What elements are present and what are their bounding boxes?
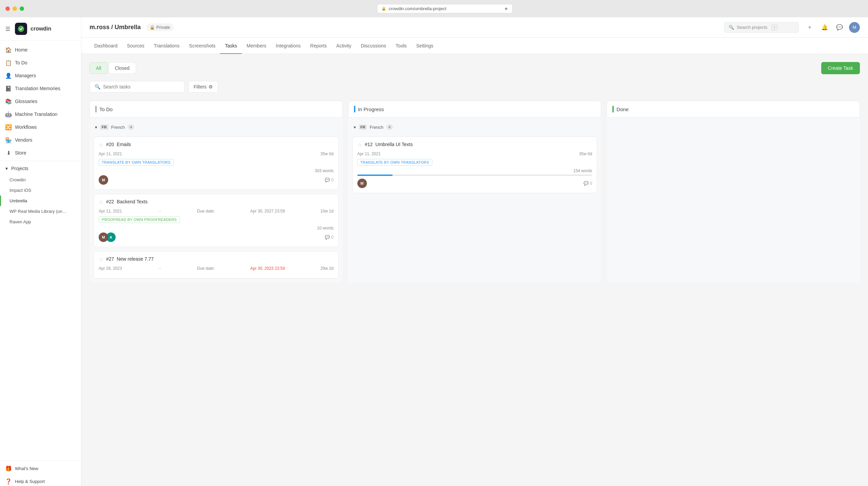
search-row: 🔍 Filters ⚙ bbox=[90, 81, 860, 93]
task-title: Emails bbox=[117, 142, 131, 147]
star-icon[interactable]: ☆ bbox=[99, 199, 103, 205]
tab-settings[interactable]: Settings bbox=[412, 38, 438, 54]
search-tasks-field[interactable] bbox=[103, 84, 179, 89]
project-item-umbrella[interactable]: Umbrella bbox=[0, 196, 81, 206]
user-avatar[interactable]: M bbox=[849, 22, 860, 33]
sidebar-item-label: Home bbox=[15, 47, 27, 53]
star-icon[interactable]: ☆ bbox=[99, 142, 103, 148]
task-card-27[interactable]: ☆ #27 New release 7.77 Apr 26, 2023 → Du… bbox=[94, 251, 339, 279]
group-header-fr-inprogress[interactable]: ▾ FR French 4 bbox=[352, 122, 597, 133]
tab-members[interactable]: Members bbox=[242, 38, 271, 54]
task-number: #22 bbox=[106, 199, 114, 204]
close-button[interactable] bbox=[5, 6, 10, 11]
comment-icon: 💬 bbox=[584, 181, 589, 186]
search-projects-input[interactable]: 🔍 Search projects / bbox=[724, 22, 799, 33]
project-label: Umbrella bbox=[9, 198, 27, 203]
sidebar-item-help-support[interactable]: ❓ Help & Support bbox=[0, 475, 81, 486]
sidebar-item-todo[interactable]: 📋 To Do bbox=[0, 56, 81, 69]
minimize-button[interactable] bbox=[13, 6, 17, 11]
sidebar-item-workflows[interactable]: 🔀 Workflows bbox=[0, 121, 81, 134]
card-due-date: Apr 30, 2027 23:59 bbox=[250, 209, 285, 214]
lock-icon: 🔒 bbox=[381, 6, 386, 11]
bookmark-icon[interactable]: ★ bbox=[504, 6, 508, 11]
projects-label: Projects bbox=[11, 166, 28, 171]
card-duration: 35w 0d bbox=[579, 151, 592, 156]
card-footer: M 💬 0 bbox=[357, 179, 592, 188]
task-number: #20 bbox=[106, 142, 114, 147]
comment-number: 0 bbox=[331, 235, 334, 240]
notifications-button[interactable]: 🔔 bbox=[819, 22, 830, 33]
tab-translations[interactable]: Translations bbox=[149, 38, 184, 54]
tab-discussions[interactable]: Discussions bbox=[356, 38, 391, 54]
project-item-raven-app[interactable]: Raven App bbox=[0, 217, 81, 227]
tab-dashboard[interactable]: Dashboard bbox=[90, 38, 122, 54]
filters-label: Filters bbox=[194, 84, 206, 89]
sidebar-item-translation-memories[interactable]: 📓 Translation Memories bbox=[0, 82, 81, 95]
sidebar-item-managers[interactable]: 👤 Managers bbox=[0, 69, 81, 82]
privacy-label: Private bbox=[156, 25, 170, 30]
arrow-icon: → bbox=[157, 266, 161, 271]
address-bar[interactable]: 🔒 crowdin.com/umbrella-project ★ bbox=[377, 4, 513, 13]
sidebar-item-label: Workflows bbox=[15, 124, 37, 130]
machine-translation-icon: 🤖 bbox=[5, 111, 12, 117]
project-item-wp-real-media[interactable]: WP Real Media Library (un… bbox=[0, 206, 81, 217]
tab-tools[interactable]: Tools bbox=[391, 38, 412, 54]
content-area: All Closed Create Task 🔍 Filters ⚙ bbox=[81, 54, 868, 486]
tab-screenshots[interactable]: Screenshots bbox=[184, 38, 220, 54]
projects-toggle[interactable]: ▾ Projects bbox=[0, 162, 81, 175]
search-tasks-icon: 🔍 bbox=[95, 84, 100, 89]
sidebar-item-vendors[interactable]: 🏪 Vendors bbox=[0, 134, 81, 146]
tab-activity[interactable]: Activity bbox=[332, 38, 356, 54]
filters-button[interactable]: Filters ⚙ bbox=[189, 81, 218, 93]
column-header-todo: To Do bbox=[90, 101, 343, 118]
group-header-fr-todo[interactable]: ▾ FR French 4 bbox=[94, 122, 339, 133]
project-item-crowdin[interactable]: Crowdin bbox=[0, 175, 81, 185]
comment-icon: 💬 bbox=[325, 235, 330, 240]
card-tag-wrap: PROOFREAD BY OWN PROOFREADERS bbox=[99, 216, 334, 226]
star-icon[interactable]: ☆ bbox=[99, 256, 103, 263]
task-title: New release 7.77 bbox=[117, 256, 154, 262]
card-header: ☆ #22 Backend Texts bbox=[99, 199, 334, 205]
tab-reports[interactable]: Reports bbox=[305, 38, 332, 54]
sidebar-item-home[interactable]: 🏠 Home bbox=[0, 43, 81, 56]
project-label: Impact iOS bbox=[9, 188, 31, 193]
sidebar-item-whats-new[interactable]: 🎁 What's New bbox=[0, 462, 81, 475]
column-header-in-progress: In Progress bbox=[348, 101, 601, 118]
workflows-icon: 🔀 bbox=[5, 124, 12, 130]
card-duration: 35w 0d bbox=[320, 151, 334, 156]
messages-button[interactable]: 💬 bbox=[834, 22, 845, 33]
card-date: Apr 11, 2021 bbox=[99, 209, 122, 214]
project-item-impact-ios[interactable]: Impact iOS bbox=[0, 185, 81, 196]
topbar-actions: ＋ 🔔 💬 M bbox=[804, 22, 860, 33]
card-tag: TRANSLATE BY OWN TRANSLATORS bbox=[99, 159, 174, 166]
comment-count: 💬 0 bbox=[584, 181, 592, 186]
due-label: Due date: bbox=[197, 266, 215, 271]
tab-sources[interactable]: Sources bbox=[122, 38, 149, 54]
tab-tasks[interactable]: Tasks bbox=[220, 38, 242, 54]
sidebar-item-store[interactable]: ⬇ Store bbox=[0, 146, 81, 159]
todo-icon: 📋 bbox=[5, 60, 12, 66]
task-card-20[interactable]: ☆ #20 Emails Apr 11, 2021 35w 0d TRANSLA… bbox=[94, 137, 339, 190]
lang-name: French bbox=[370, 125, 383, 130]
task-card-22[interactable]: ☆ #22 Backend Texts Apr 11, 2021 → Due d… bbox=[94, 194, 339, 247]
filter-all-button[interactable]: All bbox=[90, 62, 108, 74]
filter-bar: All Closed Create Task bbox=[90, 62, 860, 74]
hamburger-button[interactable]: ☰ bbox=[5, 26, 10, 32]
lang-badge-fr: FR bbox=[100, 124, 108, 130]
search-tasks-input[interactable]: 🔍 bbox=[90, 81, 184, 93]
filter-icon: ⚙ bbox=[209, 84, 213, 89]
create-task-button[interactable]: Create Task bbox=[821, 62, 860, 74]
sidebar-item-machine-translation[interactable]: 🤖 Machine Translation bbox=[0, 108, 81, 121]
avatar: M bbox=[99, 232, 108, 242]
project-label: Raven App bbox=[9, 219, 31, 224]
star-icon[interactable]: ☆ bbox=[357, 142, 362, 148]
card-tag-wrap: TRANSLATE BY OWN TRANSLATORS bbox=[357, 159, 592, 168]
add-button[interactable]: ＋ bbox=[804, 22, 815, 33]
maximize-button[interactable] bbox=[20, 6, 24, 11]
filter-closed-button[interactable]: Closed bbox=[108, 62, 136, 74]
tab-integrations[interactable]: Integrations bbox=[271, 38, 305, 54]
column-body-in-progress: ▾ FR French 4 ☆ #12 Umbrella UI Texts bbox=[348, 118, 601, 283]
task-card-12[interactable]: ☆ #12 Umbrella UI Texts Apr 11, 2021 35w… bbox=[352, 137, 597, 193]
done-indicator bbox=[612, 106, 614, 113]
sidebar-item-glossaries[interactable]: 📚 Glossaries bbox=[0, 95, 81, 108]
